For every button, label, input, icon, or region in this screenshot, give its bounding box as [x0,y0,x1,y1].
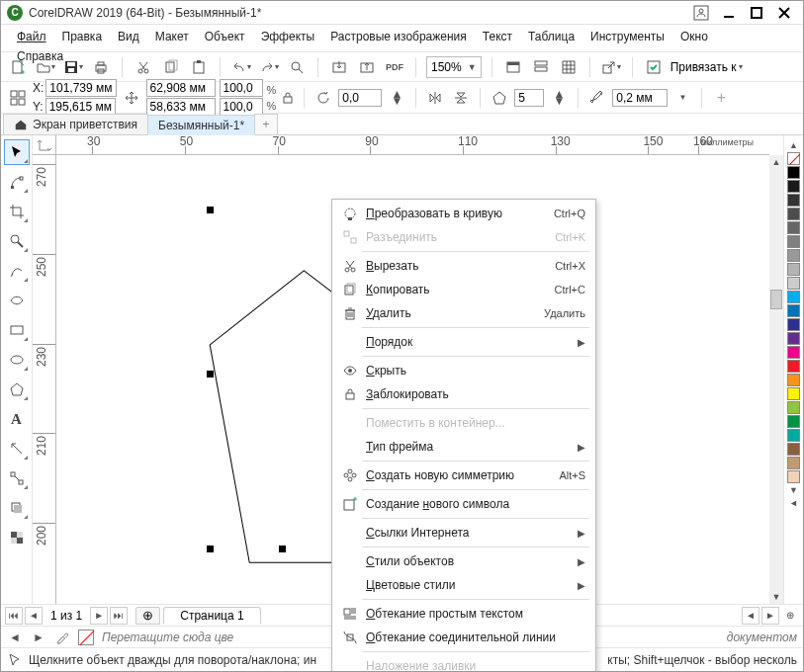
polygon-tool[interactable] [4,377,30,402]
color-swatch[interactable] [787,235,800,248]
freehand-tool[interactable] [4,258,30,284]
cm-order[interactable]: Порядок ▶ [332,330,595,354]
sides-input[interactable]: 5 [514,89,544,107]
menu-table[interactable]: Таблица [520,27,582,46]
color-swatch[interactable] [787,387,800,400]
maximize-button[interactable] [744,4,769,22]
hint-prev-icon[interactable]: ◄ [7,630,23,645]
scroll-up-icon[interactable]: ▲ [769,155,783,169]
mirror-h-icon[interactable] [424,87,446,109]
snap-to-dropdown[interactable]: Привязать к ▾ [670,60,743,74]
first-page-button[interactable]: ⏮ [5,607,23,625]
import-icon[interactable] [328,56,350,78]
scroll-thumb[interactable] [770,290,782,309]
selection-handle[interactable] [207,546,214,552]
color-swatch[interactable] [787,457,800,469]
menu-file[interactable]: Файл [9,27,54,46]
vertical-ruler[interactable]: 270 250 230 210 200 [33,155,56,604]
palette-down-icon[interactable]: ▼ [787,484,800,496]
outline-dropdown-icon[interactable]: ▼ [671,87,693,109]
color-swatch[interactable] [787,443,800,456]
connector-tool[interactable] [4,465,30,491]
add-icon[interactable]: + [710,87,732,109]
palette-up-icon[interactable]: ▲ [787,139,800,151]
copy-icon[interactable] [160,56,182,78]
cm-frame-type[interactable]: Тип фрейма ▶ [332,435,595,459]
color-swatch[interactable] [787,304,800,317]
export-icon[interactable] [356,56,378,78]
menu-layout[interactable]: Макет [147,27,197,46]
menu-object[interactable]: Объект [197,27,253,46]
color-swatch[interactable] [787,429,800,442]
fill-swatch-icon[interactable] [78,630,94,645]
fullscreen-icon[interactable] [502,56,524,78]
menu-view[interactable]: Вид [110,27,147,46]
scale-x-input[interactable]: 100,0 [220,79,263,97]
mirror-v-icon[interactable] [450,87,472,109]
open-icon[interactable]: ▾ [35,56,56,78]
snap-toggle-icon[interactable] [643,56,665,78]
x-input[interactable]: 101,739 мм [45,79,116,97]
color-swatch[interactable] [787,291,800,303]
transparency-tool[interactable] [4,525,30,550]
next-page-button[interactable]: ► [90,607,108,625]
sides-spinner-icon[interactable]: ▲▼ [548,87,570,109]
ellipse-tool[interactable] [4,347,30,373]
menu-text[interactable]: Текст [475,27,520,46]
zoom-tool[interactable] [4,228,30,254]
color-swatch[interactable] [787,208,800,220]
nav-menu-button[interactable]: ⊕ [781,607,799,625]
cm-hide[interactable]: Скрыть [332,359,595,382]
tab-document[interactable]: Безымянный-1* [147,115,255,135]
color-swatch[interactable] [787,277,800,290]
selection-handle[interactable] [207,207,214,213]
menu-edit[interactable]: Правка [54,27,111,46]
shape-tool[interactable] [4,169,30,195]
color-swatch[interactable] [787,346,800,359]
last-page-button[interactable]: ⏭ [110,607,128,625]
print-icon[interactable] [90,56,112,78]
horizontal-ruler[interactable]: миллиметры 30 50 70 90 110 130 150 160 [56,135,769,155]
hint-next-icon[interactable]: ► [31,630,46,645]
rot-spinner-icon[interactable]: ▲▼ [386,87,407,109]
selection-handle[interactable] [279,546,286,552]
scroll-right-button[interactable]: ► [761,607,779,625]
cm-internet-links[interactable]: Ссылки Интернета ▶ [332,521,595,545]
save-icon[interactable]: ▾ [62,56,84,78]
minimize-button[interactable] [716,4,742,22]
rotation-input[interactable]: 0,0 [338,89,382,107]
zoom-level[interactable]: 150% ▼ [426,56,482,78]
grid-icon[interactable] [558,56,580,78]
color-swatch[interactable] [787,332,800,345]
ruler-origin-icon[interactable] [33,135,56,155]
artistic-media-tool[interactable] [4,288,30,313]
no-color-swatch[interactable] [787,152,800,165]
cm-copy[interactable]: Копировать Ctrl+C [332,278,595,301]
color-swatch[interactable] [787,221,800,234]
prev-page-button[interactable]: ◄ [25,607,43,625]
color-swatch[interactable] [787,318,800,331]
rectangle-tool[interactable] [4,317,30,343]
menu-bitmaps[interactable]: Растровые изображения [322,27,475,46]
vertical-scrollbar[interactable]: ▲ ▼ [769,155,783,604]
outline-width-input[interactable]: 0,2 мм [612,89,668,107]
cm-new-symbol[interactable]: Создание нового символа [332,492,595,516]
selection-handle[interactable] [207,371,214,378]
search-icon[interactable] [286,56,308,78]
rulers-toggle-icon[interactable] [530,56,552,78]
cm-new-symmetry[interactable]: Создать новую симметрию Alt+S [332,463,595,487]
tab-welcome[interactable]: Экран приветствия [3,114,148,134]
palette-flyout-icon[interactable]: ◄ [787,497,800,509]
color-swatch[interactable] [787,415,800,428]
cm-cut[interactable]: Вырезать Ctrl+X [332,254,595,278]
account-icon[interactable] [688,4,714,22]
cm-delete[interactable]: Удалить Удалить [332,301,595,325]
redo-icon[interactable]: ▾ [258,56,280,78]
cut-icon[interactable] [133,56,154,78]
menu-effects[interactable]: Эффекты [253,27,323,46]
drop-shadow-tool[interactable] [4,495,30,521]
eyedropper-icon[interactable] [54,630,70,645]
cm-color-styles[interactable]: Цветовые стили ▶ [332,573,595,597]
cm-lock[interactable]: Заблокировать [332,382,595,406]
pdf-icon[interactable]: PDF [384,56,405,78]
